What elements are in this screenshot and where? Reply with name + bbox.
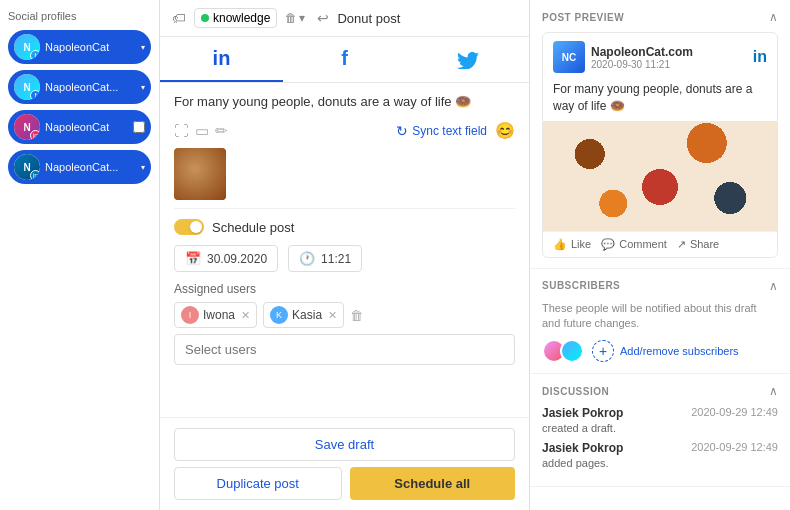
discussion-title: DISCUSSION: [542, 386, 609, 397]
comment-label: Comment: [619, 238, 667, 250]
chevron-down-icon[interactable]: ▾: [299, 11, 305, 25]
subscribers-row: + Add/remove subscribers: [542, 339, 778, 363]
add-remove-subscribers-link[interactable]: Add/remove subscribers: [620, 345, 739, 357]
share-icon: ↩: [317, 10, 329, 26]
right-panel: POST PREVIEW ∧ NC NapoleonCat.com 2020-0…: [530, 0, 790, 510]
schedule-header: Schedule post: [174, 219, 515, 235]
tab-twitter[interactable]: [406, 37, 529, 82]
user-name-iwona: Iwona: [203, 308, 235, 322]
toolbar-left: ⛶ ▭ ✏: [174, 122, 228, 140]
donut-preview-image: [543, 121, 777, 231]
collapse-subscribers-icon[interactable]: ∧: [769, 279, 778, 293]
post-preview-section: POST PREVIEW ∧ NC NapoleonCat.com 2020-0…: [530, 0, 790, 269]
assigned-chips: I Iwona ✕ K Kasia ✕ 🗑: [174, 302, 515, 328]
sync-icon: ↻: [396, 123, 408, 139]
text-icon[interactable]: ▭: [195, 122, 209, 140]
tab-facebook[interactable]: f: [283, 37, 406, 82]
profile-item-twitter[interactable]: N t NapoleonCat ▾: [8, 30, 151, 64]
profile-item-instagram[interactable]: N ig NapoleonCat: [8, 110, 151, 144]
preview-actions: 👍 Like 💬 Comment ↗ Share: [543, 231, 777, 257]
add-subscriber-button[interactable]: +: [592, 340, 614, 362]
schedule-section: Schedule post 📅 30.09.2020 🕐 11:21 Assig…: [174, 208, 515, 365]
like-action[interactable]: 👍 Like: [553, 238, 591, 251]
network-tabs: in f: [160, 37, 529, 83]
disc-row: Jasiek Pokrop 2020-09-29 12:49: [542, 406, 778, 420]
disc-time-0: 2020-09-29 12:49: [691, 406, 778, 420]
chevron-down-icon: ▾: [141, 43, 145, 52]
remove-iwona-button[interactable]: ✕: [241, 309, 250, 322]
time-value: 11:21: [321, 252, 351, 266]
emoji-icon[interactable]: 😊: [495, 121, 515, 140]
schedule-toggle[interactable]: [174, 219, 204, 235]
collapse-icon[interactable]: ∧: [769, 10, 778, 24]
subscribers-title: SUBSCRIBERS: [542, 280, 620, 291]
comment-icon: 💬: [601, 238, 615, 251]
user-chip-kasia: K Kasia ✕: [263, 302, 344, 328]
disc-time-1: 2020-09-29 12:49: [691, 441, 778, 455]
collapse-discussion-icon[interactable]: ∧: [769, 384, 778, 398]
schedule-all-button[interactable]: Schedule all: [350, 467, 516, 500]
tag-controls[interactable]: 🗑 ▾: [285, 11, 305, 25]
assigned-label: Assigned users: [174, 282, 515, 296]
tag-icon: 🏷: [172, 10, 186, 26]
discussion-item-1: Jasiek Pokrop 2020-09-29 12:49 added pag…: [542, 441, 778, 470]
subscribers-header: SUBSCRIBERS ∧: [542, 279, 778, 293]
tag-label: knowledge: [213, 11, 270, 25]
select-users-input[interactable]: [174, 334, 515, 365]
duplicate-post-button[interactable]: Duplicate post: [174, 467, 342, 500]
profile-item-facebook[interactable]: N f NapoleonCat... ▾: [8, 70, 151, 104]
thumb-icon: 👍: [553, 238, 567, 251]
toolbar-row: ⛶ ▭ ✏ ↻ Sync text field 😊: [174, 121, 515, 140]
linkedin-logo-icon: in: [753, 48, 767, 66]
post-title-input[interactable]: [337, 11, 517, 26]
twitter-badge: t: [30, 50, 40, 60]
discussion-item-0: Jasiek Pokrop 2020-09-29 12:49 created a…: [542, 406, 778, 435]
profile-name: NapoleonCat: [45, 41, 139, 53]
edit-icon[interactable]: ✏: [215, 122, 228, 140]
preview-name: NapoleonCat.com: [591, 45, 693, 59]
disc-action-0: created a draft.: [542, 422, 616, 434]
chevron-down-icon: ▾: [141, 163, 145, 172]
assigned-section: Assigned users I Iwona ✕ K Kasia ✕ 🗑: [174, 282, 515, 365]
green-dot-icon: [201, 14, 209, 22]
save-draft-button[interactable]: Save draft: [174, 428, 515, 461]
profile-checkbox[interactable]: [133, 121, 145, 133]
preview-header: NC NapoleonCat.com 2020-09-30 11:21 in: [543, 33, 777, 81]
share-label: Share: [690, 238, 719, 250]
sync-text-button[interactable]: ↻ Sync text field: [396, 123, 487, 139]
schedule-label: Schedule post: [212, 220, 294, 235]
share-action[interactable]: ↗ Share: [677, 238, 719, 251]
post-text: For many young people, donuts are a way …: [174, 93, 515, 111]
share-icon-preview: ↗: [677, 238, 686, 251]
time-field[interactable]: 🕐 11:21: [288, 245, 362, 272]
content-area: For many young people, donuts are a way …: [160, 83, 529, 417]
btn-row: Duplicate post Schedule all: [174, 467, 515, 500]
knowledge-tag[interactable]: knowledge: [194, 8, 277, 28]
user-name-kasia: Kasia: [292, 308, 322, 322]
avatar: N f: [14, 74, 40, 100]
post-preview-title: POST PREVIEW: [542, 12, 624, 23]
like-label: Like: [571, 238, 591, 250]
preview-date: 2020-09-30 11:21: [591, 59, 693, 70]
trash-icon[interactable]: 🗑: [285, 11, 297, 25]
trash-chips-icon[interactable]: 🗑: [350, 308, 363, 323]
sync-label: Sync text field: [412, 124, 487, 138]
profile-item-linkedin[interactable]: N in NapoleonCat... ▾: [8, 150, 151, 184]
expand-icon[interactable]: ⛶: [174, 122, 189, 139]
instagram-badge: ig: [30, 130, 40, 140]
disc-action-1: added pages.: [542, 457, 609, 469]
user-avatar-kasia: K: [270, 306, 288, 324]
profile-name: NapoleonCat: [45, 121, 131, 133]
date-field[interactable]: 📅 30.09.2020: [174, 245, 278, 272]
subscribers-section: SUBSCRIBERS ∧ These people will be notif…: [530, 269, 790, 375]
facebook-icon: f: [341, 47, 348, 70]
tab-linkedin[interactable]: in: [160, 37, 283, 82]
sidebar-title: Social profiles: [8, 10, 151, 22]
profile-name: NapoleonCat...: [45, 81, 139, 93]
preview-author: NC NapoleonCat.com 2020-09-30 11:21: [553, 41, 693, 73]
donut-thumbnail: [174, 148, 226, 200]
main-panel: 🏷 knowledge 🗑 ▾ ↩ in f For many young pe…: [160, 0, 530, 510]
comment-action[interactable]: 💬 Comment: [601, 238, 667, 251]
remove-kasia-button[interactable]: ✕: [328, 309, 337, 322]
preview-card: NC NapoleonCat.com 2020-09-30 11:21 in F…: [542, 32, 778, 258]
